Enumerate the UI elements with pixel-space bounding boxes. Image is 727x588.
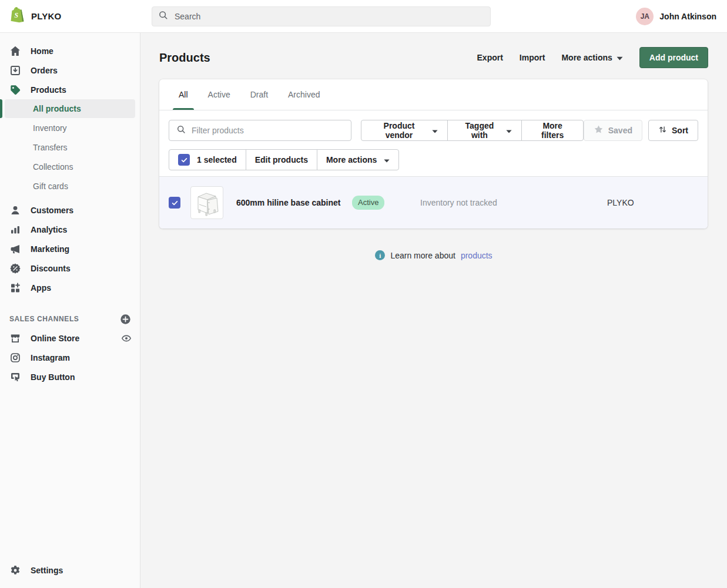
chevron-down-icon bbox=[384, 155, 390, 164]
product-title[interactable]: 600mm hiline base cabinet bbox=[236, 197, 352, 209]
topbar: S PLYKO JA John Atkinson bbox=[0, 0, 727, 33]
sidebar-item-home[interactable]: Home bbox=[0, 41, 140, 61]
chevron-down-icon bbox=[617, 53, 623, 62]
learn-more-note: i Learn more about products bbox=[140, 250, 727, 260]
products-card: All Active Draft Archived Product vendor bbox=[159, 79, 708, 229]
home-icon bbox=[9, 45, 21, 57]
product-thumbnail bbox=[190, 186, 223, 219]
tab-draft[interactable]: Draft bbox=[240, 79, 278, 110]
selected-count: 1 selected bbox=[197, 155, 237, 164]
products-tag-icon bbox=[9, 84, 21, 96]
tab-active[interactable]: Active bbox=[198, 79, 240, 110]
select-all-checkbox[interactable] bbox=[178, 154, 190, 166]
view-online-store-eye-icon[interactable] bbox=[120, 332, 133, 345]
page-actions: Export Import More actions Add product bbox=[469, 47, 708, 68]
product-vendor-filter-button[interactable]: Product vendor bbox=[361, 120, 448, 141]
info-icon: i bbox=[375, 250, 385, 260]
shopify-logo-icon: S bbox=[9, 6, 25, 26]
sidebar-item-gift-cards[interactable]: Gift cards bbox=[0, 176, 140, 196]
settings-gear-icon bbox=[9, 565, 21, 576]
sidebar-item-collections[interactable]: Collections bbox=[0, 157, 140, 176]
sidebar-item-instagram[interactable]: Instagram bbox=[0, 348, 140, 367]
search-icon bbox=[158, 10, 168, 22]
sidebar-item-online-store[interactable]: Online Store bbox=[0, 328, 120, 348]
product-row[interactable]: 600mm hiline base cabinet Active Invento… bbox=[159, 176, 708, 229]
sidebar: Home Orders Products All products Invent… bbox=[0, 33, 140, 588]
product-status-cell: Active bbox=[352, 196, 420, 210]
discounts-icon bbox=[9, 263, 21, 274]
filter-products-field[interactable] bbox=[169, 120, 351, 141]
sales-channels-header: SALES CHANNELS bbox=[0, 310, 140, 328]
saved-filters-button[interactable]: Saved bbox=[584, 120, 642, 141]
sidebar-item-transfers[interactable]: Transfers bbox=[0, 137, 140, 157]
sidebar-item-orders[interactable]: Orders bbox=[0, 61, 140, 80]
avatar: JA bbox=[636, 8, 654, 25]
user-name: John Atkinson bbox=[659, 12, 716, 21]
select-all-segment[interactable]: 1 selected bbox=[169, 149, 246, 170]
tab-all[interactable]: All bbox=[169, 79, 198, 110]
bulk-actions-bar: 1 selected Edit products More actions bbox=[159, 149, 708, 176]
page-title: Products bbox=[159, 51, 210, 65]
sidebar-item-marketing[interactable]: Marketing bbox=[0, 239, 140, 258]
global-search-input[interactable] bbox=[173, 11, 484, 22]
customers-icon bbox=[9, 204, 21, 216]
active-indicator-bar bbox=[0, 99, 2, 118]
status-tabs: All Active Draft Archived bbox=[159, 79, 708, 110]
chevron-down-icon bbox=[506, 126, 512, 135]
sales-channels-heading: SALES CHANNELS bbox=[9, 315, 79, 323]
main-content: Products Export Import More actions Add … bbox=[140, 33, 727, 588]
import-button[interactable]: Import bbox=[511, 48, 554, 67]
edit-products-button[interactable]: Edit products bbox=[246, 149, 317, 170]
sidebar-item-all-products[interactable]: All products bbox=[5, 99, 135, 118]
product-inventory-cell: Inventory not tracked bbox=[420, 198, 607, 207]
product-vendor-cell: PLYKO bbox=[607, 198, 663, 207]
filter-bar: Product vendor Tagged with More filters … bbox=[159, 110, 708, 149]
buy-button-icon bbox=[9, 371, 21, 383]
global-search[interactable] bbox=[152, 6, 491, 26]
more-filters-button[interactable]: More filters bbox=[521, 120, 583, 141]
analytics-icon bbox=[9, 224, 21, 236]
store-name: PLYKO bbox=[31, 11, 61, 21]
bulk-more-actions-button[interactable]: More actions bbox=[317, 149, 399, 170]
status-badge: Active bbox=[352, 196, 384, 210]
sidebar-item-apps[interactable]: Apps bbox=[0, 278, 140, 297]
store-brand[interactable]: S PLYKO bbox=[0, 6, 152, 26]
add-product-button[interactable]: Add product bbox=[639, 47, 708, 68]
tab-archived[interactable]: Archived bbox=[278, 79, 330, 110]
page-header: Products Export Import More actions Add … bbox=[159, 46, 708, 69]
apps-icon bbox=[9, 282, 21, 294]
search-icon bbox=[176, 125, 186, 136]
star-icon bbox=[594, 125, 604, 136]
tagged-with-filter-button[interactable]: Tagged with bbox=[447, 120, 522, 141]
sidebar-item-settings[interactable]: Settings bbox=[0, 560, 140, 580]
sort-button[interactable]: Sort bbox=[648, 120, 698, 141]
more-actions-button[interactable]: More actions bbox=[553, 48, 631, 67]
sidebar-item-discounts[interactable]: Discounts bbox=[0, 258, 140, 278]
user-menu[interactable]: JA John Atkinson bbox=[636, 8, 727, 25]
sidebar-item-customers[interactable]: Customers bbox=[0, 200, 140, 220]
instagram-icon bbox=[9, 352, 21, 364]
product-row-checkbox[interactable] bbox=[169, 197, 180, 209]
export-button[interactable]: Export bbox=[469, 48, 511, 67]
online-store-icon bbox=[9, 332, 21, 344]
filter-products-input[interactable] bbox=[190, 125, 344, 136]
sidebar-item-products[interactable]: Products bbox=[0, 80, 140, 99]
svg-text:S: S bbox=[14, 12, 18, 19]
learn-more-text: Learn more about bbox=[390, 251, 455, 260]
products-help-link[interactable]: products bbox=[461, 251, 493, 260]
sidebar-item-inventory[interactable]: Inventory bbox=[0, 118, 140, 137]
sidebar-item-analytics[interactable]: Analytics bbox=[0, 220, 140, 239]
sort-arrows-icon bbox=[658, 125, 667, 136]
chevron-down-icon bbox=[432, 126, 438, 135]
add-sales-channel-button[interactable] bbox=[119, 313, 132, 325]
filter-buttons-group: Product vendor Tagged with More filters bbox=[361, 120, 584, 141]
sidebar-item-buy-button[interactable]: Buy Button bbox=[0, 367, 140, 387]
orders-icon bbox=[9, 65, 21, 76]
marketing-megaphone-icon bbox=[9, 243, 21, 255]
